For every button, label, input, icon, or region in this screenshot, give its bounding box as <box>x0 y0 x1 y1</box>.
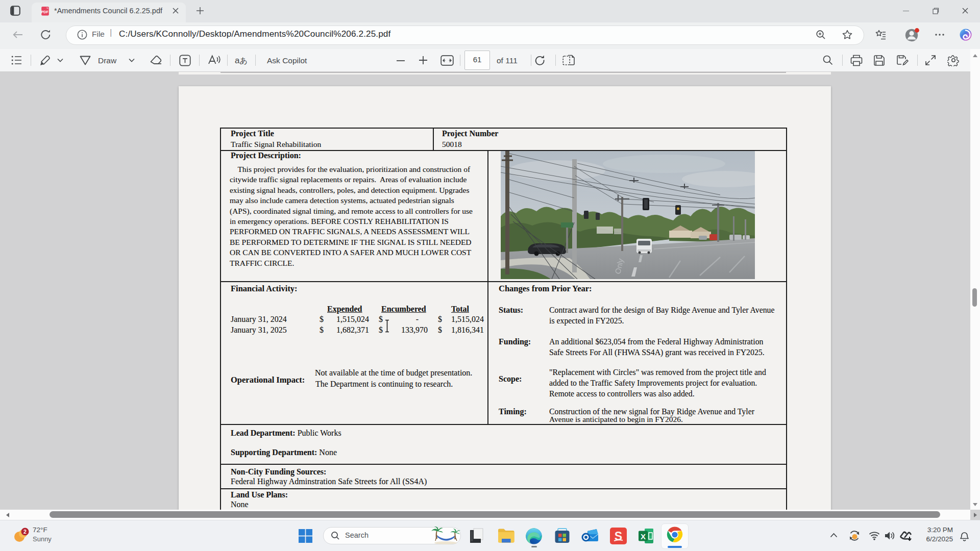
svg-text:PDF: PDF <box>41 10 49 14</box>
svg-text:2: 2 <box>23 529 27 535</box>
svg-text:X: X <box>641 532 646 541</box>
